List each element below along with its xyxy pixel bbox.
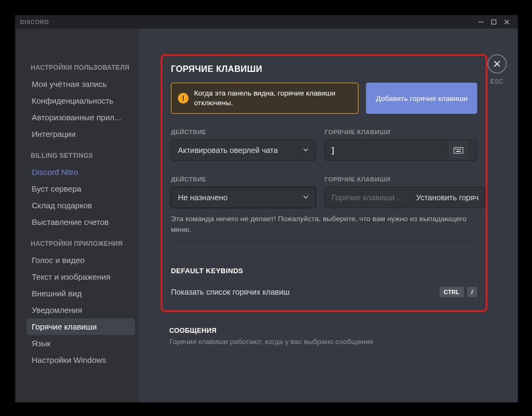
close-settings-button[interactable]: [487, 54, 507, 74]
sidebar-item-account[interactable]: Моя учётная запись: [26, 76, 135, 92]
messages-help: Горячие клавиши работают, когда у вас вы…: [169, 338, 487, 346]
chevron-down-icon: [303, 194, 309, 202]
app-name: DISCORD: [20, 19, 49, 25]
sidebar-item-notifications[interactable]: Уведомления: [26, 302, 135, 318]
keyboard-icon: [454, 147, 463, 154]
sidebar-item-auth-apps[interactable]: Авторизованные прил...: [26, 109, 135, 126]
sidebar-item-text[interactable]: Текст и изображения: [26, 268, 135, 285]
maximize-button[interactable]: [487, 17, 500, 27]
sidebar-header-app: НАСТРОЙКИ ПРИЛОЖЕНИЯ: [31, 240, 135, 247]
action-label-1: ДЕЙСТВИЕ: [171, 129, 316, 135]
settings-content: ESC ГОРЯЧИЕ КЛАВИШИ ! Когда эта панель в…: [139, 28, 517, 402]
keyboard-icon-button[interactable]: [449, 142, 468, 159]
svg-rect-2: [455, 149, 456, 150]
minimize-button[interactable]: [475, 17, 487, 27]
chevron-down-icon: [303, 147, 309, 155]
sidebar-header-user: НАСТРОЙКИ ПОЛЬЗОВАТЕЛЯ: [31, 64, 135, 71]
settings-sidebar: НАСТРОЙКИ ПОЛЬЗОВАТЕЛЯ Моя учётная запис…: [16, 28, 139, 402]
close-icon: [493, 60, 501, 68]
action-value-1: Активировать оверлей чата: [178, 146, 278, 155]
sidebar-item-privacy[interactable]: Конфиденциальность: [26, 92, 135, 109]
default-keybind-row: Показать список горячих клавиш CTRL /: [171, 287, 477, 297]
app-window: DISCORD НАСТРОЙКИ ПОЛЬЗОВАТЕЛЯ Моя учётн…: [15, 15, 518, 403]
default-keybinds-title: DEFAULT KEYBINDS: [171, 267, 477, 275]
keybinds-panel: ГОРЯЧИЕ КЛАВИШИ ! Когда эта панель видна…: [161, 54, 487, 312]
warning-banner: ! Когда эта панель видна, горячие клавиш…: [171, 83, 358, 114]
svg-rect-5: [460, 149, 461, 150]
warning-icon: !: [178, 93, 189, 104]
key-chip-slash: /: [467, 287, 477, 297]
record-keybind-button[interactable]: Установить горяч: [409, 187, 485, 208]
keybind-input-2[interactable]: Горячие клавиши ... Установить горяч: [325, 187, 485, 208]
svg-rect-3: [457, 149, 458, 150]
sidebar-item-gift-inventory[interactable]: Склад подарков: [26, 197, 135, 214]
sidebar-item-windows[interactable]: Настройки Windows: [26, 352, 135, 368]
action-select-2[interactable]: Не назначено: [171, 187, 316, 208]
close-window-button[interactable]: [500, 17, 513, 27]
action-label-2: ДЕЙСТВИЕ: [171, 176, 316, 183]
svg-rect-0: [492, 20, 496, 24]
divider: [171, 246, 477, 246]
keybind-value-1: ]: [332, 146, 447, 155]
action-value-2: Не назначено: [178, 193, 228, 202]
page-title: ГОРЯЧИЕ КЛАВИШИ: [171, 64, 477, 74]
svg-rect-4: [458, 149, 459, 150]
sidebar-item-billing[interactable]: Выставление счетов: [26, 214, 135, 230]
messages-section: СООБЩЕНИЯ Горячие клавиши работают, когд…: [161, 327, 496, 346]
show-hotkey-list-label: Показать список горячих клавиш: [171, 288, 290, 296]
sidebar-item-appearance[interactable]: Внешний вид: [26, 285, 135, 302]
key-combo: CTRL /: [440, 287, 477, 297]
sidebar-item-integrations[interactable]: Интеграции: [26, 126, 135, 142]
messages-title: СООБЩЕНИЯ: [169, 327, 487, 334]
keybind-help-text: Эта команда ничего не делает! Пожалуйста…: [171, 214, 477, 235]
svg-rect-1: [454, 148, 463, 154]
keybind-label-1: ГОРЯЧИЕ КЛАВИШИ: [325, 129, 477, 135]
sidebar-item-language[interactable]: Язык: [26, 335, 135, 352]
keybind-input-1[interactable]: ]: [325, 140, 477, 161]
titlebar: DISCORD: [16, 16, 517, 28]
close-label: ESC: [490, 78, 504, 85]
sidebar-item-boost[interactable]: Буст сервера: [26, 180, 135, 197]
add-keybind-button[interactable]: Добавить горячие клавиши: [366, 83, 477, 114]
action-select-1[interactable]: Активировать оверлей чата: [171, 140, 316, 161]
sidebar-item-voice[interactable]: Голос и видео: [26, 252, 135, 268]
key-chip-ctrl: CTRL: [440, 287, 464, 297]
warning-text: Когда эта панель видна, горячие клавиши …: [194, 89, 351, 108]
sidebar-header-billing: BILLING SETTINGS: [31, 152, 135, 159]
keybind-placeholder-2: Горячие клавиши ...: [325, 193, 409, 202]
sidebar-item-nitro[interactable]: Discord Nitro: [26, 164, 135, 180]
sidebar-item-keybinds[interactable]: Горячие клавиши: [26, 318, 135, 335]
svg-rect-6: [456, 151, 461, 152]
keybind-label-2: ГОРЯЧИЕ КЛАВИШИ: [325, 176, 485, 183]
